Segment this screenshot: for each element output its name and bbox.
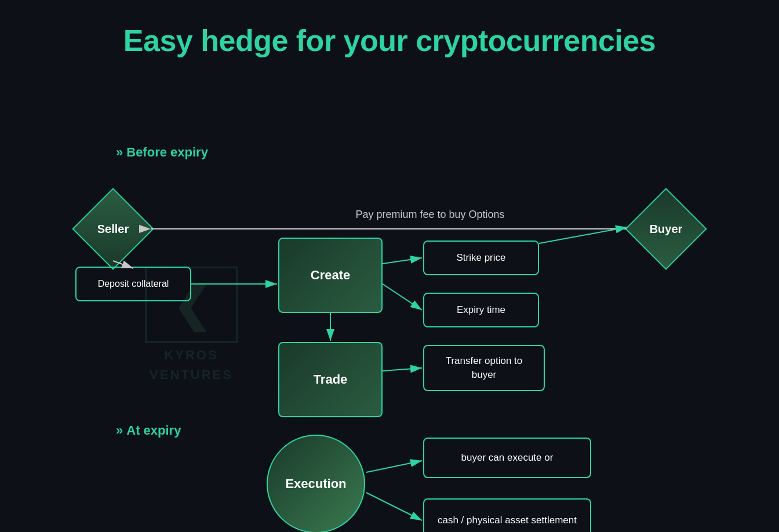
- svg-line-10: [383, 368, 422, 371]
- seller-label: Seller: [81, 197, 145, 261]
- deposit-box: Deposit collateral: [75, 267, 191, 301]
- create-box: Create: [278, 238, 383, 313]
- svg-line-13: [366, 493, 422, 520]
- transfer-option-box: Transfer option to buyer: [423, 345, 545, 391]
- svg-line-8: [383, 284, 422, 310]
- diagram-area: Before expiry Pay premium fee to buy Opt…: [0, 70, 779, 532]
- settlement-box: cash / physical asset settlement: [423, 498, 591, 532]
- before-expiry-label: Before expiry: [116, 145, 208, 160]
- expiry-time-box: Expiry time: [423, 293, 539, 327]
- execution-node: Execution: [267, 435, 365, 532]
- trade-box: Trade: [278, 342, 383, 417]
- watermark-brand: KYROS: [164, 348, 218, 363]
- premium-text: Pay premium fee to buy Options: [197, 209, 663, 221]
- strike-price-box: Strike price: [423, 241, 539, 275]
- svg-line-7: [383, 258, 422, 264]
- svg-line-12: [366, 461, 422, 472]
- buyer-node: Buyer: [634, 197, 698, 261]
- page-container: Easy hedge for your cryptocurrencies Bef…: [0, 0, 779, 532]
- execute-box: buyer can execute or: [423, 438, 591, 478]
- seller-node: Seller: [81, 197, 145, 261]
- watermark-sub: VENTURES: [150, 367, 233, 382]
- main-title: Easy hedge for your cryptocurrencies: [0, 0, 779, 58]
- at-expiry-label: At expiry: [116, 423, 181, 438]
- buyer-label: Buyer: [634, 197, 698, 261]
- svg-line-9: [539, 227, 627, 243]
